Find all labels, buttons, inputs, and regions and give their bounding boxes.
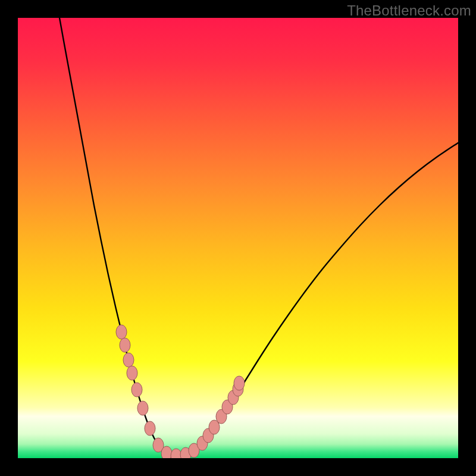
data-marker [116,325,127,339]
data-marker [123,353,134,367]
data-marker [127,366,137,380]
chart-frame [18,18,458,458]
data-marker [234,376,245,390]
watermark-text: TheBottleneck.com [347,2,471,19]
data-marker [161,446,172,458]
data-marker [120,338,130,352]
data-marker [145,421,155,436]
data-marker [137,401,148,415]
bottleneck-chart [18,18,458,458]
data-marker [131,383,142,397]
